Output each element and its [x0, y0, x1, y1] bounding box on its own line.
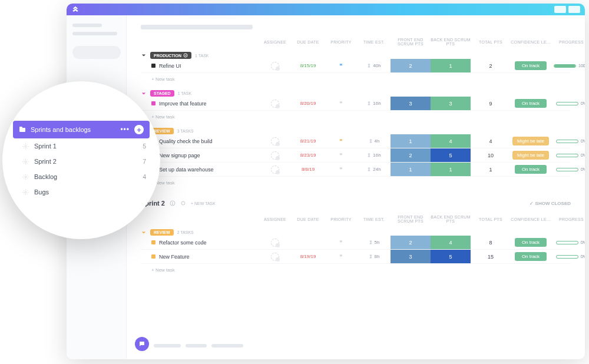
assignee-cell[interactable]	[259, 100, 292, 108]
assignee-cell[interactable]	[259, 151, 292, 160]
priority-cell[interactable]	[325, 254, 358, 259]
new-task-link[interactable]: + NEW TASK	[191, 201, 216, 206]
sidebar-list-item[interactable]: Bugs	[13, 184, 150, 200]
priority-cell[interactable]	[325, 138, 358, 144]
time-estimate[interactable]: 16h	[358, 153, 391, 158]
priority-cell[interactable]	[325, 167, 358, 172]
assignee-placeholder-icon[interactable]	[271, 253, 279, 261]
flag-icon[interactable]	[339, 153, 344, 158]
chevron-down-icon[interactable]	[141, 91, 147, 97]
fe-scrum-pts[interactable]: 2	[391, 59, 431, 72]
sprint-header[interactable]: Sprint 2 i + NEW TASK ✓ SHOW CLOSED	[141, 200, 571, 207]
task-row[interactable]: Quality check the build 8/21/19 4h 1 4 4…	[141, 134, 571, 148]
be-scrum-pts[interactable]: 5	[431, 148, 471, 162]
new-task-button[interactable]: + New task	[141, 73, 571, 84]
task-row[interactable]: New Feature 8/19/19 8h 3 5 15 On track 0…	[141, 250, 571, 264]
sidebar-list-item[interactable]: Backlog4	[13, 169, 150, 184]
be-scrum-pts[interactable]: 5	[431, 250, 471, 263]
assignee-placeholder-icon[interactable]	[271, 100, 279, 108]
assignee-cell[interactable]	[259, 166, 292, 174]
chevron-down-icon[interactable]	[141, 52, 147, 58]
task-row[interactable]: Improve that feature 8/20/19 16h 3 3 9 O…	[141, 97, 571, 111]
assignee-placeholder-icon[interactable]	[271, 137, 279, 145]
task-title[interactable]: Improve that feature	[141, 101, 259, 107]
flag-icon[interactable]	[339, 138, 344, 144]
be-scrum-pts[interactable]: 4	[431, 134, 471, 148]
task-row[interactable]: Refine UI 8/15/19 40h 2 1 2 On track 100…	[141, 59, 571, 73]
fe-scrum-pts[interactable]: 3	[391, 97, 431, 110]
due-date[interactable]: 8/19/19	[292, 254, 325, 259]
be-scrum-pts[interactable]: 4	[431, 236, 471, 249]
time-estimate[interactable]: 8h	[358, 254, 391, 259]
new-task-button[interactable]: + New task	[141, 111, 571, 122]
window-control[interactable]	[554, 6, 566, 13]
new-task-button[interactable]: + New task	[141, 264, 571, 275]
assignee-cell[interactable]	[259, 137, 292, 145]
progress-cell[interactable]: 0%	[551, 139, 585, 143]
assignee-cell[interactable]	[259, 253, 292, 261]
task-row[interactable]: Set up data warehouse 8/8/19 24h 1 1 1 O…	[141, 163, 571, 177]
due-date[interactable]: 8/8/19	[292, 167, 325, 172]
chevron-down-icon[interactable]	[141, 230, 147, 236]
due-date[interactable]: 8/21/19	[292, 138, 325, 144]
confidence-cell[interactable]: On track	[511, 165, 551, 174]
progress-cell[interactable]: 0%	[551, 167, 585, 171]
confidence-cell[interactable]: On track	[511, 61, 551, 70]
task-title[interactable]: Refactor some code	[141, 240, 259, 246]
flag-icon[interactable]	[339, 254, 344, 259]
task-title[interactable]: New Feature	[141, 254, 259, 260]
show-closed-toggle[interactable]: ✓ SHOW CLOSED	[530, 201, 571, 206]
progress-cell[interactable]: 0%	[551, 240, 585, 244]
status-group-header[interactable]: STAGED 1 TASK	[141, 90, 571, 97]
fe-scrum-pts[interactable]: 2	[391, 236, 431, 249]
progress-cell[interactable]: 0%	[551, 101, 585, 105]
new-task-button[interactable]: + New task	[141, 177, 571, 188]
time-estimate[interactable]: 5h	[358, 240, 391, 245]
due-date[interactable]: 8/15/19	[292, 63, 325, 68]
time-estimate[interactable]: 24h	[358, 167, 391, 172]
priority-cell[interactable]	[325, 240, 358, 245]
due-date[interactable]: 8/23/19	[292, 153, 325, 158]
be-scrum-pts[interactable]: 3	[431, 97, 471, 110]
due-date[interactable]: 8/20/19	[292, 101, 325, 106]
flag-icon[interactable]	[339, 240, 344, 245]
add-button[interactable]: +	[134, 125, 144, 134]
be-scrum-pts[interactable]: 1	[431, 59, 471, 72]
be-scrum-pts[interactable]: 1	[431, 163, 471, 176]
fe-scrum-pts[interactable]: 1	[391, 163, 431, 176]
task-row[interactable]: Refactor some code 5h 2 4 8 On track 0%	[141, 236, 571, 250]
confidence-cell[interactable]: Might be late	[511, 151, 551, 160]
popout-header[interactable]: Sprints and backlogs ••• +	[13, 121, 150, 138]
assignee-placeholder-icon[interactable]	[271, 166, 279, 174]
confidence-cell[interactable]: Might be late	[511, 137, 551, 145]
status-pill[interactable]: STAGED	[150, 90, 174, 97]
progress-cell[interactable]: 0%	[551, 254, 585, 259]
assignee-cell[interactable]	[259, 239, 292, 247]
status-group-header[interactable]: REVIEW 2 TASKS	[141, 229, 571, 236]
fe-scrum-pts[interactable]: 3	[391, 250, 431, 263]
confidence-cell[interactable]: On track	[511, 252, 551, 261]
time-estimate[interactable]: 40h	[358, 63, 391, 68]
assignee-cell[interactable]	[259, 62, 292, 70]
assignee-placeholder-icon[interactable]	[271, 151, 279, 160]
status-group-header[interactable]: PRODUCTION 1 TASK	[141, 52, 571, 59]
settings-icon[interactable]	[180, 200, 186, 206]
sidebar-list-item[interactable]: Sprint 15	[13, 138, 150, 154]
fe-scrum-pts[interactable]: 2	[391, 148, 431, 162]
chat-button[interactable]	[135, 337, 149, 351]
flag-icon[interactable]	[339, 167, 344, 172]
priority-cell[interactable]	[325, 153, 358, 158]
progress-cell[interactable]: 0%	[551, 153, 585, 157]
window-control[interactable]	[568, 6, 580, 13]
flag-icon[interactable]	[339, 63, 344, 68]
priority-cell[interactable]	[325, 101, 358, 106]
time-estimate[interactable]: 4h	[358, 138, 391, 144]
assignee-placeholder-icon[interactable]	[271, 62, 279, 70]
task-title[interactable]: Refine UI	[141, 63, 259, 69]
fe-scrum-pts[interactable]: 1	[391, 134, 431, 148]
assignee-placeholder-icon[interactable]	[271, 239, 279, 247]
status-group-header[interactable]: REVIEW 3 TASKS	[141, 128, 571, 134]
sidebar-list-item[interactable]: Sprint 27	[13, 154, 150, 169]
status-pill[interactable]: PRODUCTION	[150, 52, 191, 59]
flag-icon[interactable]	[339, 101, 344, 106]
